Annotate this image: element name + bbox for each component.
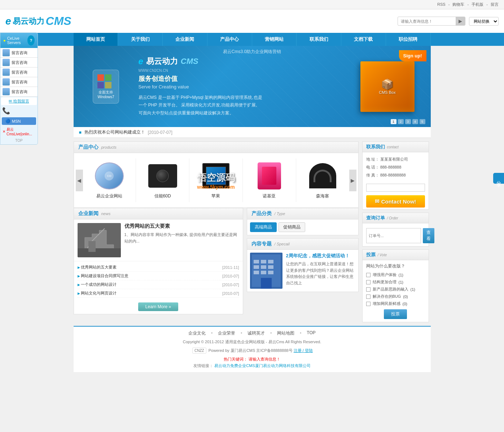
footer-sep-2: - [270,330,272,336]
nav-about[interactable]: 关于我们 [118,33,163,46]
header-right: ▶ 网站切换 [398,17,499,26]
svg-rect-8 [268,260,273,263]
contact-panel: 联系我们 contact 地 址： 某某某有限公司 电 话： 888-88888… [362,141,429,210]
celive-item-3[interactable]: 留言咨询 [0,77,38,87]
banner-slogan: 服务创造价值 [139,74,344,83]
nav-docs[interactable]: 文档下载 [341,33,386,46]
contact-address: 某某某有限公司 [380,157,408,161]
footer-link-1[interactable]: 企业荣誉 [218,330,235,336]
special-item: 2周年纪念，感恩大促销活动！ 让您的产品，在互联网上普通渠道！想让更多的客户找到… [247,250,358,292]
avatar-4 [3,88,10,95]
product-item-1[interactable]: CD 易云企业网站 [83,158,136,202]
product-item-5[interactable]: 森海塞 [296,158,349,202]
search-input[interactable] [398,18,456,25]
share-sidebar[interactable]: 分享 [493,173,504,184]
news-date-0: [2011-11] [222,265,239,270]
vote-option-1: 结构更加合理 [373,279,396,285]
help-icon[interactable]: ? [27,35,35,45]
building-svg-2 [250,253,282,289]
news-featured-title: 优秀网站的五大要素 [124,223,239,230]
online-status: ✕ 易云CmsLive[onlin... [0,126,38,137]
dot-4[interactable]: 4 [412,119,418,124]
carousel-next[interactable]: ▶ [349,170,356,191]
celive-item-2[interactable]: 留言咨询 [0,67,38,77]
product-img-cam [139,161,186,190]
online-text: 易云CmsLive[onlin... [6,127,35,136]
phone-button[interactable]: 📞 [0,106,38,116]
order-header: 查询订单 / Order [363,213,429,223]
banner-brand: e 易云动力 CMS [139,56,344,67]
contact-now-button[interactable]: ✉ Contact Now! [366,195,425,208]
footer-link-0[interactable]: 企业文化 [188,330,206,336]
footer-friend: 友情链接： 易云动力免费企业CMS厦门易云动力网络科技有限公司 [77,363,427,368]
marquee-icon: ■ [79,130,82,135]
vote-checkbox-0[interactable] [366,273,371,277]
cart-link[interactable]: 购物车 [452,2,464,6]
banner-slogan-en: Serve for Creating value [139,84,344,90]
vote-checkbox-3[interactable] [366,294,371,299]
friend-link[interactable]: 易云动力免费企业CMS厦门易云动力网络科技有限公司 [214,363,310,368]
product-3d-box: 📦 CMS Box [360,61,415,112]
celive-item-0[interactable]: 留言咨询 [0,48,38,58]
nav-jobs[interactable]: 职位招聘 [386,33,431,46]
vote-checkbox-4[interactable] [366,302,371,306]
nav-marketing[interactable]: 营销网站 [252,33,297,46]
nav-news[interactable]: 企业新闻 [163,33,207,46]
bottom-right: 产品分类 / Type 高端商品 促销商品 内容专题 / Spe [247,208,359,318]
vote-checkbox-2[interactable] [366,287,371,292]
news-link-0[interactable]: 优秀网站的五大要素 [78,265,117,270]
type-tab-1[interactable]: 促销商品 [279,222,305,232]
footer-link-3[interactable]: 网站地图 [277,330,294,336]
special-featured-text: 让您的产品，在互联网上普通渠道！想让更多的客户找到您吗？易云企业网站系统独创企业… [286,261,355,286]
nav-products[interactable]: 产品中心 [207,33,252,46]
win-support-text: 全面支持 [97,90,114,95]
product-item-4[interactable]: 诺基亚 [243,158,296,202]
vote-option-2: 新产品新思路的融入 [373,287,408,292]
message-link[interactable]: 留言 [491,2,499,6]
rss-link[interactable]: RSS [437,2,446,6]
footer-link-4[interactable]: TOP [307,330,315,336]
vote-count-0: (1) [399,273,403,277]
type-tab-0[interactable]: 高端商品 [250,222,277,232]
dot-1[interactable]: 1 [391,119,396,124]
learn-more-button[interactable]: Learn More » [138,302,178,311]
marquee-link[interactable]: 热烈庆祝本公司网站构建成立！ [84,129,145,135]
leave-message-button[interactable]: ✉ 给我留言 [1,97,37,105]
carousel-prev[interactable]: ◀ [76,170,83,191]
svg-rect-13 [261,271,266,274]
search-button[interactable]: ▶ [456,17,465,25]
product-item-3[interactable]: 苹果 [189,158,243,202]
order-number-input[interactable] [366,228,421,243]
cam-lens [156,170,169,182]
dot-3[interactable]: 3 [405,119,411,124]
product-item-2[interactable]: 佳能60D [136,158,189,202]
logo-brand: 易云动力 [13,16,44,27]
vote-checkbox-1[interactable] [366,280,371,284]
footer-link-2[interactable]: 诚聘英才 [247,330,265,336]
contact-subtitle: contact [387,145,399,149]
contact-email-input[interactable] [366,184,425,192]
dot-5[interactable]: 5 [420,119,425,124]
mobile-link[interactable]: 手机版 [472,2,483,6]
nav-home[interactable]: 网站首页 [74,33,118,46]
order-search-button[interactable]: 查看 [423,228,434,243]
news-link-1[interactable]: 网站建设项目合同撰写注意 [78,273,129,279]
phone-screen [262,167,276,185]
building-svg [78,223,121,257]
order-title: 查询订单 [366,215,385,221]
news-title: 企业新闻 [78,210,98,217]
dot-2[interactable]: 2 [398,119,404,124]
news-link-2[interactable]: 一个成功的网站设计 [78,282,117,287]
logo[interactable]: e 易云动力 CMS [5,14,71,28]
msn-button[interactable]: 🔵 MSN [2,117,36,125]
top-button[interactable]: TOP [0,137,38,144]
vote-submit-button[interactable]: 投票 [384,309,407,319]
celive-item-4[interactable]: 留言咨询 [0,87,38,97]
site-switch-select[interactable]: 网站切换 [469,17,499,26]
register-link[interactable]: 注册 / 登陆 [294,348,313,353]
news-link-3[interactable]: 网站文化与网页设计 [78,291,117,296]
nav-contact[interactable]: 联系我们 [297,33,341,46]
signup-badge[interactable]: Sign up! [399,50,426,61]
celive-item-1[interactable]: 留言咨询 [0,58,38,67]
brand-name: 易云动力 [146,56,178,67]
